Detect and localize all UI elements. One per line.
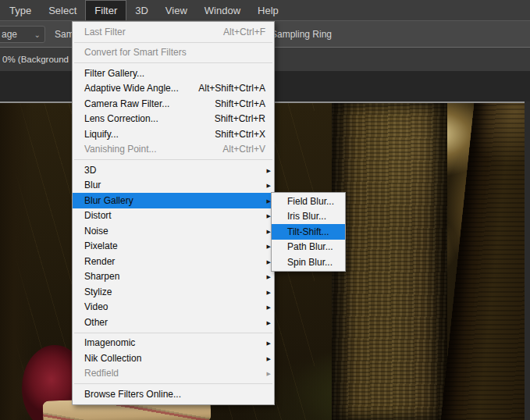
submenu-arrow-icon: ▶	[267, 183, 271, 188]
menu-item-label: Vanishing Point...	[73, 144, 157, 155]
filter-menu-item-sharpen[interactable]: Sharpen▶	[73, 269, 274, 285]
filter-menu-item-filter-gallery[interactable]: Filter Gallery...	[73, 66, 274, 81]
filter-menu-item-camera-raw-filter[interactable]: Camera Raw Filter...Shift+Ctrl+A	[73, 96, 274, 112]
blur-gallery-item-iris-blur[interactable]: Iris Blur...	[272, 209, 345, 225]
menu-item-label: Tilt-Shift...	[272, 226, 329, 237]
filter-menu-separator	[74, 62, 272, 63]
menu-item-label: Sharpen	[73, 271, 119, 282]
filter-menu-item-imagenomic[interactable]: Imagenomic▶	[73, 336, 274, 351]
menu-bar: TypeSelectFilter3DViewWindowHelp	[0, 0, 530, 21]
sampling-ring-label[interactable]: Sampling Ring	[271, 29, 332, 40]
tree-trunk-main	[332, 103, 447, 420]
menu-item-shortcut: Alt+Ctrl+F	[223, 27, 274, 37]
menu-item-shortcut: Shift+Ctrl+R	[215, 113, 274, 124]
menu-item-label: Imagenomic	[73, 337, 135, 348]
filter-menu-item-blur[interactable]: Blur▶	[73, 178, 274, 194]
menubar-item-help[interactable]: Help	[249, 0, 287, 20]
filter-menu-item-other[interactable]: Other▶	[73, 315, 274, 330]
menubar-item-filter[interactable]: Filter	[85, 0, 126, 20]
menubar-item-window[interactable]: Window	[196, 0, 249, 20]
menu-item-label: Video	[73, 301, 108, 312]
blur-gallery-submenu: Field Blur...Iris Blur...Tilt-Shift...Pa…	[271, 192, 346, 272]
menu-item-shortcut: Alt+Shift+Ctrl+A	[198, 83, 274, 94]
sample-size-dropdown[interactable]: age ⌄	[0, 26, 45, 43]
submenu-arrow-icon: ▶	[267, 274, 271, 279]
menu-item-label: Nik Collection	[73, 353, 141, 364]
filter-menu-item-stylize[interactable]: Stylize▶	[73, 284, 274, 300]
filter-menu-item-render[interactable]: Render▶	[73, 254, 274, 269]
sample-label: Sam	[55, 29, 74, 40]
blur-gallery-item-spin-blur[interactable]: Spin Blur...	[272, 254, 345, 270]
menu-item-shortcut: Shift+Ctrl+X	[215, 129, 274, 140]
filter-menu: Last FilterAlt+Ctrl+FConvert for Smart F…	[72, 21, 275, 405]
submenu-arrow-icon: ▶	[267, 304, 271, 310]
submenu-arrow-icon: ▶	[267, 289, 271, 294]
menu-item-label: Adaptive Wide Angle...	[73, 83, 179, 94]
menu-item-label: Liquify...	[73, 129, 119, 140]
filter-menu-item-last-filter: Last FilterAlt+Ctrl+F	[73, 24, 274, 40]
filter-menu-item-pixelate[interactable]: Pixelate▶	[73, 239, 274, 254]
menubar-item-type[interactable]: Type	[1, 0, 40, 20]
submenu-arrow-icon: ▶	[267, 371, 271, 376]
menu-item-label: Other	[73, 317, 108, 328]
menu-item-label: Pixelate	[73, 240, 118, 251]
menubar-item-3d[interactable]: 3D	[126, 0, 157, 20]
menu-item-label: Render	[73, 256, 115, 267]
menu-item-label: Noise	[73, 226, 108, 237]
document-tab-title[interactable]: 0% (Background	[2, 55, 69, 64]
filter-menu-separator	[74, 42, 272, 43]
filter-menu-item-adaptive-wide-angle[interactable]: Adaptive Wide Angle...Alt+Shift+Ctrl+A	[73, 81, 274, 97]
menu-item-label: Spin Blur...	[272, 257, 333, 268]
filter-menu-item-video[interactable]: Video▶	[73, 300, 274, 315]
filter-menu-separator	[74, 159, 272, 160]
menu-item-label: Filter Gallery...	[73, 68, 144, 79]
submenu-arrow-icon: ▶	[267, 319, 271, 325]
menubar-item-select[interactable]: Select	[40, 0, 85, 20]
menu-item-label: Browse Filters Online...	[73, 389, 181, 400]
menu-item-label: Last Filter	[73, 27, 126, 37]
submenu-arrow-icon: ▶	[267, 167, 271, 173]
filter-menu-item-convert-for-smart-filters: Convert for Smart Filters	[73, 45, 274, 61]
photoshop-window: TypeSelectFilter3DViewWindowHelp age ⌄ S…	[0, 0, 530, 420]
filter-menu-item-browse-filters-online[interactable]: Browse Filters Online...	[73, 386, 274, 402]
menu-item-label: Convert for Smart Filters	[73, 47, 187, 58]
filter-menu-separator	[74, 333, 272, 333]
menu-item-label: Stylize	[73, 287, 112, 297]
menu-item-label: Iris Blur...	[272, 211, 326, 222]
filter-menu-item-liquify[interactable]: Liquify...Shift+Ctrl+X	[73, 126, 274, 142]
menu-item-label: Field Blur...	[272, 196, 334, 207]
blur-gallery-item-tilt-shift[interactable]: Tilt-Shift...	[272, 224, 345, 240]
menu-item-label: 3D	[73, 165, 96, 176]
menu-item-label: Blur Gallery	[73, 195, 133, 206]
filter-menu-item-nik-collection[interactable]: Nik Collection▶	[73, 351, 274, 366]
filter-menu-item-redfield: Redfield▶	[73, 366, 274, 382]
menu-item-shortcut: Shift+Ctrl+A	[215, 98, 274, 109]
menu-item-label: Path Blur...	[272, 241, 333, 252]
menu-item-shortcut: Alt+Ctrl+V	[222, 144, 274, 155]
menu-item-label: Redfield	[73, 368, 119, 379]
filter-menu-item-3d[interactable]: 3D▶	[73, 162, 274, 178]
submenu-arrow-icon: ▶	[267, 355, 271, 361]
submenu-arrow-icon: ▶	[267, 340, 271, 346]
menu-item-label: Camera Raw Filter...	[73, 98, 169, 109]
filter-menu-separator	[74, 383, 272, 384]
menu-item-label: Lens Correction...	[73, 113, 158, 124]
menu-item-label: Blur	[73, 180, 101, 190]
sample-size-value: age	[0, 29, 17, 40]
chevron-down-icon: ⌄	[34, 30, 41, 39]
blur-gallery-item-field-blur[interactable]: Field Blur...	[272, 194, 345, 209]
filter-menu-item-distort[interactable]: Distort▶	[73, 208, 274, 224]
menubar-item-view[interactable]: View	[157, 0, 196, 20]
window-right-strip	[525, 101, 530, 420]
blur-gallery-item-path-blur[interactable]: Path Blur...	[272, 240, 345, 255]
filter-menu-item-blur-gallery[interactable]: Blur Gallery▶	[73, 193, 274, 208]
filter-menu-item-noise[interactable]: Noise▶	[73, 223, 274, 239]
filter-menu-item-vanishing-point: Vanishing Point...Alt+Ctrl+V	[73, 142, 274, 158]
filter-menu-item-lens-correction[interactable]: Lens Correction...Shift+Ctrl+R	[73, 112, 274, 127]
menu-item-label: Distort	[73, 210, 112, 221]
